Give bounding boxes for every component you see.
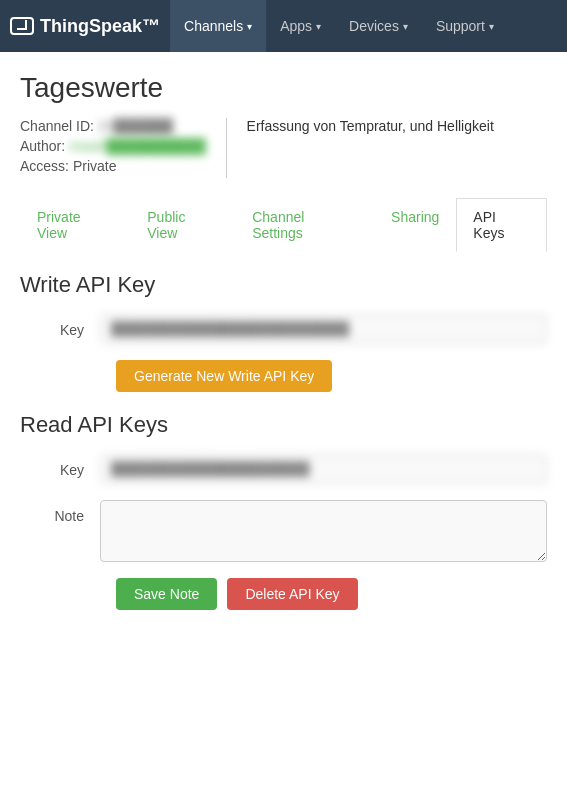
tab-api-keys[interactable]: API Keys xyxy=(456,198,547,252)
chevron-down-icon: ▾ xyxy=(489,21,494,32)
generate-btn-row: Generate New Write API Key xyxy=(116,360,547,392)
write-key-label: Key xyxy=(20,314,100,338)
author-value[interactable]: mwa0██████████ xyxy=(69,138,206,154)
delete-api-key-button[interactable]: Delete API Key xyxy=(227,578,357,610)
channel-meta: Channel ID: 20██████ Author: mwa0███████… xyxy=(20,118,547,178)
nav-items: Channels ▾ Apps ▾ Devices ▾ Support ▾ xyxy=(170,0,508,52)
note-group: Note xyxy=(20,500,547,562)
api-keys-content: Write API Key Key Generate New Write API… xyxy=(20,252,547,630)
nav-item-support[interactable]: Support ▾ xyxy=(422,0,508,52)
nav-item-channels[interactable]: Channels ▾ xyxy=(170,0,266,52)
read-key-input[interactable] xyxy=(100,454,547,484)
nav-item-apps[interactable]: Apps ▾ xyxy=(266,0,335,52)
read-key-label: Key xyxy=(20,454,100,478)
action-btn-row: Save Note Delete API Key xyxy=(116,578,547,610)
channel-id-value: 20██████ xyxy=(98,118,173,134)
save-note-button[interactable]: Save Note xyxy=(116,578,217,610)
write-key-group: Key xyxy=(20,314,547,344)
tab-bar: Private View Public View Channel Setting… xyxy=(20,198,547,252)
brand-icon xyxy=(10,17,34,35)
page-title: Tageswerte xyxy=(20,72,547,104)
brand-name: ThingSpeak™ xyxy=(40,16,160,37)
tab-channel-settings[interactable]: Channel Settings xyxy=(235,198,374,252)
main-content: Tageswerte Channel ID: 20██████ Author: … xyxy=(0,52,567,650)
brand-logo[interactable]: ThingSpeak™ xyxy=(10,16,160,37)
author-row: Author: mwa0██████████ xyxy=(20,138,206,154)
tab-public-view[interactable]: Public View xyxy=(130,198,235,252)
chevron-down-icon: ▾ xyxy=(316,21,321,32)
chevron-down-icon: ▾ xyxy=(247,21,252,32)
chevron-down-icon: ▾ xyxy=(403,21,408,32)
meta-left: Channel ID: 20██████ Author: mwa0███████… xyxy=(20,118,206,178)
navigation: ThingSpeak™ Channels ▾ Apps ▾ Devices ▾ … xyxy=(0,0,567,52)
note-label: Note xyxy=(20,500,100,524)
channel-description: Erfassung von Tempratur, und Helligkeit xyxy=(226,118,547,178)
tab-sharing[interactable]: Sharing xyxy=(374,198,456,252)
access-value: Private xyxy=(73,158,117,174)
write-key-input[interactable] xyxy=(100,314,547,344)
write-api-title: Write API Key xyxy=(20,272,547,298)
channel-id-row: Channel ID: 20██████ xyxy=(20,118,206,134)
read-api-title: Read API Keys xyxy=(20,412,547,438)
access-row: Access: Private xyxy=(20,158,206,174)
nav-item-devices[interactable]: Devices ▾ xyxy=(335,0,422,52)
note-input[interactable] xyxy=(100,500,547,562)
tab-private-view[interactable]: Private View xyxy=(20,198,130,252)
generate-write-key-button[interactable]: Generate New Write API Key xyxy=(116,360,332,392)
read-key-group: Key xyxy=(20,454,547,484)
